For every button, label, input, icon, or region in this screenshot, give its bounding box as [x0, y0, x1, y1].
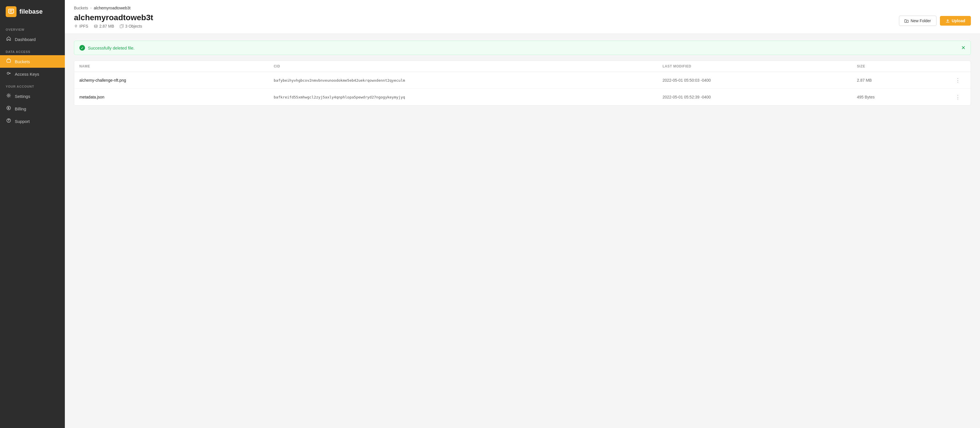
key-icon — [6, 71, 11, 77]
objects-icon — [120, 24, 124, 28]
section-label-data-access: DATA ACCESS — [0, 46, 65, 55]
file-name-1: metadata.json — [80, 95, 274, 99]
sidebar-item-settings-label: Settings — [15, 94, 30, 99]
file-size-1: 495 Bytes — [857, 95, 954, 99]
alert-message-container: ✓ Successfully deleted file. — [80, 45, 135, 51]
svg-point-7 — [8, 121, 9, 122]
breadcrumb: Buckets › alchemyroadtoweb3t — [74, 6, 971, 10]
col-name: NAME — [80, 64, 274, 68]
sidebar-item-buckets[interactable]: Buckets — [0, 55, 65, 68]
sidebar-item-support[interactable]: Support — [0, 115, 65, 128]
row-menu-button-0[interactable]: ⋮ — [954, 76, 961, 85]
table-header: NAME CID LAST MODIFIED SIZE — [74, 61, 970, 72]
file-cid-1: bafkreifd55xmhwgcl2zyj5axly4qnphlopa5pew… — [274, 95, 663, 99]
storage-icon — [94, 24, 98, 28]
sidebar-item-access-keys[interactable]: Access Keys — [0, 68, 65, 80]
file-actions-0: ⋮ — [954, 76, 966, 85]
sidebar-item-access-keys-label: Access Keys — [15, 72, 39, 77]
logo-icon — [6, 6, 16, 17]
bucket-size: 2.87 MB — [94, 24, 114, 29]
row-menu-button-1[interactable]: ⋮ — [954, 93, 961, 101]
page-header: Buckets › alchemyroadtoweb3t alchemyroad… — [65, 0, 980, 34]
svg-rect-1 — [10, 13, 13, 14]
alert-close-button[interactable]: ✕ — [961, 45, 966, 50]
sidebar-item-billing-label: Billing — [15, 107, 26, 111]
table-row: metadata.json bafkreifd55xmhwgcl2zyj5axl… — [74, 89, 970, 105]
file-size-0: 2.87 MB — [857, 78, 954, 83]
bucket-title: alchemyroadtoweb3t — [74, 13, 153, 22]
svg-rect-10 — [120, 25, 122, 28]
col-last-modified: LAST MODIFIED — [663, 64, 857, 68]
support-icon — [6, 118, 11, 125]
sidebar-item-dashboard[interactable]: Dashboard — [0, 33, 65, 46]
breadcrumb-current: alchemyroadtoweb3t — [94, 6, 130, 10]
file-table: NAME CID LAST MODIFIED SIZE alchemy-chal… — [74, 61, 971, 105]
header-actions: New Folder Upload — [899, 16, 971, 26]
section-label-overview: OVERVIEW — [0, 23, 65, 33]
bucket-size-label: 2.87 MB — [99, 24, 114, 29]
check-icon: ✓ — [80, 45, 85, 51]
file-name-0: alchemy-challenge-nft.png — [80, 78, 274, 83]
col-size: SIZE — [857, 64, 954, 68]
bucket-info: alchemyroadtoweb3t IPFS 2.87 MB 3 Object… — [74, 13, 153, 29]
page-content: ✓ Successfully deleted file. ✕ NAME CID … — [65, 34, 980, 428]
bucket-objects: 3 Objects — [120, 24, 142, 29]
svg-point-4 — [8, 95, 10, 96]
buckets-icon — [6, 58, 11, 65]
sidebar: filebase OVERVIEW Dashboard DATA ACCESS … — [0, 0, 65, 428]
upload-label: Upload — [952, 19, 965, 23]
logo: filebase — [0, 0, 65, 23]
file-modified-1: 2022-05-01 05:52:39 -0400 — [663, 95, 857, 99]
col-cid: CID — [274, 64, 663, 68]
upload-button[interactable]: Upload — [940, 16, 971, 26]
success-alert: ✓ Successfully deleted file. ✕ — [74, 41, 971, 55]
pin-icon — [74, 24, 78, 28]
upload-icon — [946, 19, 950, 23]
file-cid-0: bafybeihyvhgbcov2nmvbnveunoodokme5eb42ue… — [274, 78, 663, 83]
sidebar-section-data-access: DATA ACCESS Buckets Access Keys — [0, 46, 65, 80]
sidebar-item-dashboard-label: Dashboard — [15, 37, 35, 42]
breadcrumb-separator: › — [91, 6, 92, 10]
bucket-network-label: IPFS — [80, 24, 88, 29]
breadcrumb-buckets[interactable]: Buckets — [74, 6, 88, 10]
new-folder-button[interactable]: New Folder — [899, 16, 937, 26]
new-folder-label: New Folder — [911, 19, 931, 23]
sidebar-item-support-label: Support — [15, 119, 30, 124]
sidebar-section-account: YOUR ACCOUNT Settings Billing Support — [0, 80, 65, 128]
home-icon — [6, 36, 11, 42]
bucket-network: IPFS — [74, 24, 88, 29]
sidebar-item-buckets-label: Buckets — [15, 59, 30, 64]
svg-point-8 — [75, 25, 77, 27]
svg-rect-2 — [7, 59, 11, 62]
main-content: Buckets › alchemyroadtoweb3t alchemyroad… — [65, 0, 980, 428]
bucket-meta: IPFS 2.87 MB 3 Objects — [74, 24, 153, 29]
logo-text: filebase — [19, 8, 43, 15]
alert-message: Successfully deleted file. — [88, 46, 135, 50]
file-modified-0: 2022-05-01 05:50:03 -0400 — [663, 78, 857, 83]
sidebar-section-overview: OVERVIEW Dashboard — [0, 23, 65, 46]
settings-icon — [6, 93, 11, 99]
header-row: alchemyroadtoweb3t IPFS 2.87 MB 3 Object… — [74, 13, 971, 29]
section-label-account: YOUR ACCOUNT — [0, 80, 65, 90]
file-actions-1: ⋮ — [954, 93, 966, 101]
billing-icon — [6, 105, 11, 112]
col-actions — [954, 64, 966, 68]
svg-point-9 — [94, 25, 97, 26]
sidebar-item-billing[interactable]: Billing — [0, 102, 65, 115]
new-folder-icon — [904, 19, 908, 23]
table-row: alchemy-challenge-nft.png bafybeihyvhgbc… — [74, 72, 970, 89]
bucket-objects-label: 3 Objects — [125, 24, 142, 29]
sidebar-item-settings[interactable]: Settings — [0, 90, 65, 102]
